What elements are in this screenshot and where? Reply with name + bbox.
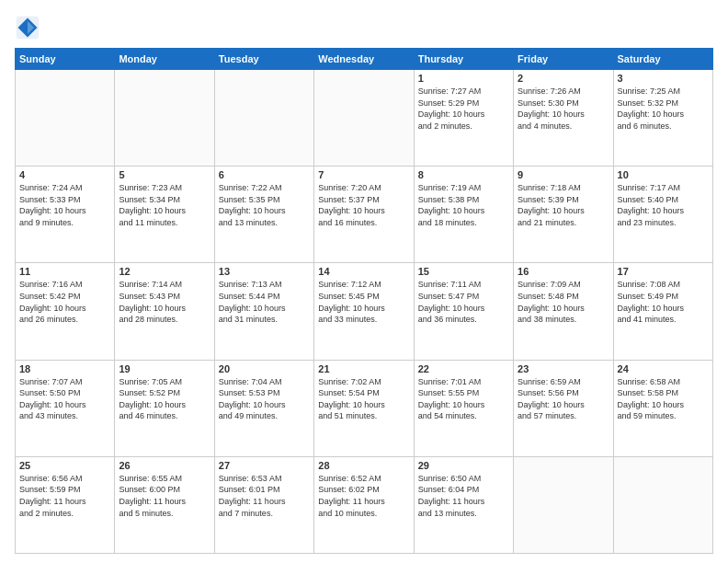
day-number: 11	[19, 266, 110, 277]
calendar-cell: 24Sunrise: 6:58 AM Sunset: 5:58 PM Dayli…	[613, 360, 712, 456]
weekday-header-row: SundayMondayTuesdayWednesdayThursdayFrid…	[16, 49, 713, 70]
calendar-cell: 12Sunrise: 7:14 AM Sunset: 5:43 PM Dayli…	[115, 263, 214, 360]
day-number: 7	[318, 169, 409, 180]
day-info: Sunrise: 7:20 AM Sunset: 5:37 PM Dayligh…	[318, 182, 409, 228]
weekday-header-friday: Friday	[514, 49, 613, 70]
calendar-cell: 23Sunrise: 6:59 AM Sunset: 5:56 PM Dayli…	[514, 360, 613, 456]
weekday-header-sunday: Sunday	[16, 49, 115, 70]
day-number: 18	[19, 363, 110, 374]
day-info: Sunrise: 6:59 AM Sunset: 5:56 PM Dayligh…	[518, 376, 609, 422]
day-number: 25	[19, 460, 110, 471]
calendar-table: SundayMondayTuesdayWednesdayThursdayFrid…	[15, 48, 713, 554]
day-info: Sunrise: 7:26 AM Sunset: 5:30 PM Dayligh…	[518, 86, 609, 132]
day-info: Sunrise: 7:18 AM Sunset: 5:39 PM Dayligh…	[518, 182, 609, 228]
calendar-cell: 14Sunrise: 7:12 AM Sunset: 5:45 PM Dayli…	[314, 263, 414, 360]
calendar-cell: 4Sunrise: 7:24 AM Sunset: 5:33 PM Daylig…	[16, 167, 115, 263]
calendar-cell: 3Sunrise: 7:25 AM Sunset: 5:32 PM Daylig…	[613, 70, 712, 167]
week-row-2: 11Sunrise: 7:16 AM Sunset: 5:42 PM Dayli…	[16, 263, 713, 360]
calendar-cell	[115, 70, 214, 167]
day-info: Sunrise: 6:56 AM Sunset: 5:59 PM Dayligh…	[19, 473, 110, 519]
day-number: 19	[119, 363, 210, 374]
calendar-cell	[613, 456, 712, 553]
day-info: Sunrise: 6:58 AM Sunset: 5:58 PM Dayligh…	[618, 376, 709, 422]
calendar-cell: 22Sunrise: 7:01 AM Sunset: 5:55 PM Dayli…	[414, 360, 513, 456]
calendar-cell	[314, 70, 414, 167]
day-info: Sunrise: 7:17 AM Sunset: 5:40 PM Dayligh…	[618, 182, 709, 228]
weekday-header-thursday: Thursday	[414, 49, 513, 70]
day-info: Sunrise: 7:08 AM Sunset: 5:49 PM Dayligh…	[618, 279, 709, 325]
day-number: 20	[219, 363, 310, 374]
calendar-cell: 5Sunrise: 7:23 AM Sunset: 5:34 PM Daylig…	[115, 167, 214, 263]
day-number: 16	[518, 266, 609, 277]
day-number: 3	[618, 73, 709, 84]
day-info: Sunrise: 6:50 AM Sunset: 6:04 PM Dayligh…	[418, 473, 509, 519]
day-info: Sunrise: 7:09 AM Sunset: 5:48 PM Dayligh…	[518, 279, 609, 325]
day-info: Sunrise: 7:27 AM Sunset: 5:29 PM Dayligh…	[418, 86, 509, 132]
day-number: 8	[418, 169, 509, 180]
day-number: 21	[318, 363, 409, 374]
day-info: Sunrise: 6:55 AM Sunset: 6:00 PM Dayligh…	[119, 473, 210, 519]
week-row-0: 1Sunrise: 7:27 AM Sunset: 5:29 PM Daylig…	[16, 70, 713, 167]
day-number: 29	[418, 460, 509, 471]
day-number: 4	[19, 169, 110, 180]
day-info: Sunrise: 7:07 AM Sunset: 5:50 PM Dayligh…	[19, 376, 110, 422]
day-info: Sunrise: 7:04 AM Sunset: 5:53 PM Dayligh…	[219, 376, 310, 422]
calendar-cell: 15Sunrise: 7:11 AM Sunset: 5:47 PM Dayli…	[414, 263, 513, 360]
calendar-cell: 16Sunrise: 7:09 AM Sunset: 5:48 PM Dayli…	[514, 263, 613, 360]
calendar-cell: 18Sunrise: 7:07 AM Sunset: 5:50 PM Dayli…	[16, 360, 115, 456]
day-number: 5	[119, 169, 210, 180]
calendar-cell: 8Sunrise: 7:19 AM Sunset: 5:38 PM Daylig…	[414, 167, 513, 263]
calendar-cell: 17Sunrise: 7:08 AM Sunset: 5:49 PM Dayli…	[613, 263, 712, 360]
weekday-header-saturday: Saturday	[613, 49, 712, 70]
day-number: 10	[618, 169, 709, 180]
day-info: Sunrise: 6:53 AM Sunset: 6:01 PM Dayligh…	[219, 473, 310, 519]
calendar-cell: 7Sunrise: 7:20 AM Sunset: 5:37 PM Daylig…	[314, 167, 414, 263]
calendar-cell: 21Sunrise: 7:02 AM Sunset: 5:54 PM Dayli…	[314, 360, 414, 456]
day-info: Sunrise: 7:24 AM Sunset: 5:33 PM Dayligh…	[19, 182, 110, 228]
calendar-cell: 11Sunrise: 7:16 AM Sunset: 5:42 PM Dayli…	[16, 263, 115, 360]
day-number: 17	[618, 266, 709, 277]
logo	[15, 15, 44, 40]
week-row-4: 25Sunrise: 6:56 AM Sunset: 5:59 PM Dayli…	[16, 456, 713, 553]
day-info: Sunrise: 7:01 AM Sunset: 5:55 PM Dayligh…	[418, 376, 509, 422]
calendar-cell: 29Sunrise: 6:50 AM Sunset: 6:04 PM Dayli…	[414, 456, 513, 553]
calendar-cell	[514, 456, 613, 553]
calendar-cell	[214, 70, 313, 167]
day-number: 27	[219, 460, 310, 471]
calendar-cell: 25Sunrise: 6:56 AM Sunset: 5:59 PM Dayli…	[16, 456, 115, 553]
day-number: 9	[518, 169, 609, 180]
calendar-cell: 6Sunrise: 7:22 AM Sunset: 5:35 PM Daylig…	[214, 167, 313, 263]
day-number: 13	[219, 266, 310, 277]
calendar-cell: 28Sunrise: 6:52 AM Sunset: 6:02 PM Dayli…	[314, 456, 414, 553]
day-info: Sunrise: 7:05 AM Sunset: 5:52 PM Dayligh…	[119, 376, 210, 422]
calendar-page: SundayMondayTuesdayWednesdayThursdayFrid…	[0, 0, 728, 563]
calendar-cell: 13Sunrise: 7:13 AM Sunset: 5:44 PM Dayli…	[214, 263, 313, 360]
calendar-cell: 20Sunrise: 7:04 AM Sunset: 5:53 PM Dayli…	[214, 360, 313, 456]
week-row-1: 4Sunrise: 7:24 AM Sunset: 5:33 PM Daylig…	[16, 167, 713, 263]
calendar-cell: 10Sunrise: 7:17 AM Sunset: 5:40 PM Dayli…	[613, 167, 712, 263]
day-number: 22	[418, 363, 509, 374]
week-row-3: 18Sunrise: 7:07 AM Sunset: 5:50 PM Dayli…	[16, 360, 713, 456]
day-info: Sunrise: 7:14 AM Sunset: 5:43 PM Dayligh…	[119, 279, 210, 325]
weekday-header-wednesday: Wednesday	[314, 49, 414, 70]
day-number: 2	[518, 73, 609, 84]
calendar-cell	[16, 70, 115, 167]
calendar-cell: 19Sunrise: 7:05 AM Sunset: 5:52 PM Dayli…	[115, 360, 214, 456]
calendar-cell: 27Sunrise: 6:53 AM Sunset: 6:01 PM Dayli…	[214, 456, 313, 553]
day-number: 12	[119, 266, 210, 277]
day-info: Sunrise: 7:13 AM Sunset: 5:44 PM Dayligh…	[219, 279, 310, 325]
day-info: Sunrise: 6:52 AM Sunset: 6:02 PM Dayligh…	[318, 473, 409, 519]
day-number: 23	[518, 363, 609, 374]
day-number: 26	[119, 460, 210, 471]
day-info: Sunrise: 7:02 AM Sunset: 5:54 PM Dayligh…	[318, 376, 409, 422]
day-info: Sunrise: 7:19 AM Sunset: 5:38 PM Dayligh…	[418, 182, 509, 228]
calendar-cell: 26Sunrise: 6:55 AM Sunset: 6:00 PM Dayli…	[115, 456, 214, 553]
day-number: 6	[219, 169, 310, 180]
day-number: 1	[418, 73, 509, 84]
day-number: 14	[318, 266, 409, 277]
calendar-cell: 2Sunrise: 7:26 AM Sunset: 5:30 PM Daylig…	[514, 70, 613, 167]
weekday-header-monday: Monday	[115, 49, 214, 70]
day-number: 15	[418, 266, 509, 277]
day-number: 24	[618, 363, 709, 374]
logo-icon	[15, 15, 40, 40]
